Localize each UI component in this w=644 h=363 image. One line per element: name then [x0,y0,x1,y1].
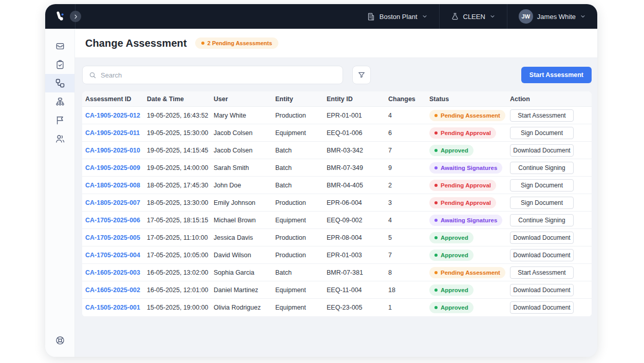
changes-cell: 4 [388,217,429,224]
entity-id-cell: EPR-01-003 [327,252,388,259]
status-label: Approved [441,287,468,293]
assessment-id-link[interactable]: CA-1605-2025-003 [85,269,147,276]
sidebar-item-flags[interactable] [45,111,74,129]
status-dot [434,254,438,257]
status-dot [434,166,438,169]
user-cell: Sarah Smith [214,164,275,171]
search-icon [89,71,97,79]
status-badge: Approved [429,250,473,261]
entity-id-cell: BMR-04-405 [327,182,388,189]
user-cell: David Wilson [214,252,275,259]
user-menu[interactable]: JW James White [507,4,597,29]
assessment-id-link[interactable]: CA-1805-2025-007 [85,199,147,206]
sidebar-item-inbox[interactable] [45,37,74,55]
status-label: Approved [441,304,468,311]
row-action-button[interactable]: Download Document [510,249,574,261]
entity-id-cell: BMR-07-349 [327,164,388,171]
status-label: Pending Approval [441,200,491,206]
row-action-button[interactable]: Download Document [510,232,574,244]
assessment-id-link[interactable]: CA-1905-2025-010 [85,147,147,154]
date-time-cell: 19-05-2025, 14:00:00 [147,164,214,171]
chevron-down-icon [422,13,428,20]
column-header-assessment-id: Assessment ID [85,95,147,103]
row-action-button[interactable]: Continue Signing [510,214,574,226]
date-time-cell: 16-05-2025, 13:02:00 [147,269,214,276]
assessment-id-link[interactable]: CA-1705-2025-006 [85,217,147,224]
assessment-id-link[interactable]: CA-1705-2025-004 [85,252,147,259]
entity-cell: Equipment [275,304,327,311]
assessment-id-link[interactable]: CA-1905-2025-012 [85,112,147,119]
filter-button[interactable] [352,66,371,84]
status-dot [434,131,438,135]
table-row: CA-1605-2025-003 16-05-2025, 13:02:00 So… [82,264,592,281]
row-action-button[interactable]: Start Assessment [510,266,574,279]
row-action-button[interactable]: Download Document [510,284,574,296]
user-cell: John Doe [214,182,275,189]
sidebar-collapse-button[interactable] [70,11,81,22]
changes-cell: 18 [388,286,429,294]
sidebar-item-hierarchy[interactable] [45,92,74,111]
user-cell: Jacob Colsen [214,129,275,137]
date-time-cell: 18-05-2025, 13:30:00 [147,199,214,206]
status-badge: Pending Assessment [429,110,505,121]
page-title: Change Assessment [85,37,187,49]
table-row: CA-1505-2025-001 15-05-2025, 19:00:00 Ol… [82,299,592,316]
changes-cell: 1 [388,304,429,311]
status-label: Pending Assessment [441,270,500,276]
search-input[interactable] [101,71,336,79]
changes-cell: 6 [388,129,429,137]
assessment-id-link[interactable]: CA-1905-2025-009 [85,164,147,171]
assessment-id-link[interactable]: CA-1805-2025-008 [85,182,147,189]
row-action-button[interactable]: Continue Signing [510,162,574,174]
row-action-button[interactable]: Sign Document [510,127,574,139]
hierarchy-icon [55,97,65,107]
status-dot [434,184,438,187]
status-badge: Pending Approval [429,127,496,139]
row-action-button[interactable]: Download Document [510,301,574,314]
date-time-cell: 19-05-2025, 16:43:52 [147,112,214,119]
date-time-cell: 19-05-2025, 14:15:45 [147,147,214,154]
plant-selector[interactable]: Boston Plant [355,4,439,29]
assessment-id-link[interactable]: CA-1905-2025-011 [85,129,147,137]
changes-cell: 4 [388,112,429,119]
row-action-button[interactable]: Download Document [510,144,574,157]
status-badge: Pending Assessment [429,267,505,278]
sidebar-item-users[interactable] [45,129,74,148]
table-header-row: Assessment ID Date & Time User Entity En… [82,91,592,107]
changes-cell: 8 [388,269,429,276]
status-badge: Pending Approval [429,197,496,208]
user-cell: Jacob Colsen [214,147,275,154]
status-label: Awaiting Signatures [441,165,497,171]
entity-id-cell: EEQ-23-005 [327,304,388,311]
sidebar-item-support[interactable] [45,331,74,350]
entity-id-cell: EPR-08-004 [327,234,388,241]
status-badge: Approved [429,232,473,243]
date-time-cell: 17-05-2025, 11:10:00 [147,234,214,241]
changes-cell: 5 [388,234,429,241]
start-assessment-button[interactable]: Start Assessment [521,67,592,83]
assessment-id-link[interactable]: CA-1605-2025-002 [85,286,147,294]
table-row: CA-1805-2025-007 18-05-2025, 13:30:00 Em… [82,194,592,212]
entity-cell: Batch [275,147,327,154]
sidebar-item-tasks[interactable] [45,55,74,74]
table-row: CA-1905-2025-011 19-05-2025, 15:30:00 Ja… [82,124,592,142]
row-action-button[interactable]: Start Assessment [510,109,574,122]
plant-label: Boston Plant [380,13,418,21]
inbox-icon [55,41,65,51]
user-cell: Mary White [214,112,275,119]
assessment-id-link[interactable]: CA-1505-2025-001 [85,304,147,311]
entity-cell: Equipment [275,217,327,224]
column-header-date-time: Date & Time [147,95,214,103]
row-action-button[interactable]: Sign Document [510,179,574,192]
entity-id-cell: EEQ-11-004 [327,286,388,294]
system-label: CLEEN [463,13,485,21]
sidebar-item-change-assessment[interactable] [45,74,74,92]
assessment-id-link[interactable]: CA-1705-2025-005 [85,234,147,241]
status-dot [434,149,438,152]
changes-cell: 3 [388,199,429,206]
row-action-button[interactable]: Sign Document [510,197,574,209]
system-selector[interactable]: CLEEN [440,4,507,29]
user-name: James White [537,13,576,21]
filter-icon [357,71,366,79]
status-dot [434,306,438,309]
